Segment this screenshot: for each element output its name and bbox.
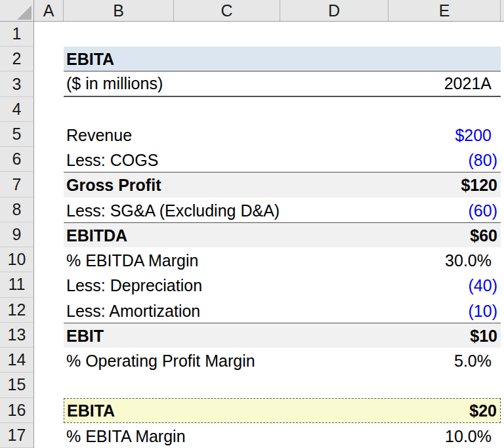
column-header-e[interactable]: E bbox=[388, 0, 501, 21]
table-row: 15 bbox=[0, 373, 504, 397]
period-band: ($ in millions) 2021A bbox=[64, 71, 501, 96]
subtotal-band: EBITDA $60 bbox=[64, 222, 501, 247]
table-row-subtotal: 13 EBIT $10 bbox=[0, 323, 504, 348]
cell-value[interactable]: $60 bbox=[470, 227, 501, 247]
cell-label[interactable]: % EBITA Margin bbox=[64, 428, 186, 448]
spreadsheet: A B C D E 1 2 EBITA 3 ($ in millions) 20… bbox=[0, 0, 504, 448]
row-number[interactable]: 15 bbox=[0, 373, 34, 397]
column-header-row: A B C D E bbox=[0, 0, 504, 22]
cell-value[interactable]: (60) bbox=[469, 202, 501, 222]
cell-value[interactable]: (80) bbox=[469, 152, 501, 172]
row-number[interactable]: 16 bbox=[0, 398, 34, 423]
table-row-subtotal: 7 Gross Profit $120 bbox=[0, 172, 504, 197]
title-band: EBITA bbox=[64, 47, 501, 71]
table-row: 17 % EBITA Margin 10.0% bbox=[0, 423, 504, 448]
cell-label[interactable]: % EBITDA Margin bbox=[64, 252, 198, 272]
cell-label[interactable]: EBIT bbox=[64, 327, 104, 348]
row-number[interactable]: 17 bbox=[0, 423, 34, 448]
cell-label[interactable]: EBITA bbox=[64, 51, 114, 71]
cell-area[interactable] bbox=[34, 373, 504, 397]
table-row: 8 Less: SG&A (Excluding D&A) (60) bbox=[0, 197, 504, 222]
column-header-sliver bbox=[501, 0, 504, 21]
cell-area[interactable] bbox=[34, 22, 504, 47]
table-row: 10 % EBITDA Margin 30.0% bbox=[0, 247, 504, 272]
cell-value[interactable]: 30.0% bbox=[445, 252, 501, 272]
cell-label[interactable]: Less: SG&A (Excluding D&A) bbox=[64, 202, 280, 222]
cell-value[interactable] bbox=[497, 68, 501, 71]
highlight-band: EBITA $20 bbox=[64, 398, 501, 423]
column-header-a[interactable]: A bbox=[34, 0, 64, 21]
row-number[interactable]: 4 bbox=[0, 97, 34, 122]
cell-value[interactable]: (40) bbox=[469, 277, 501, 297]
select-all-triangle-icon bbox=[17, 5, 32, 20]
table-row-period: 3 ($ in millions) 2021A bbox=[0, 71, 504, 96]
row-number[interactable]: 6 bbox=[0, 147, 34, 172]
table-row: 1 bbox=[0, 22, 504, 47]
cell-label[interactable]: Less: Depreciation bbox=[64, 277, 202, 297]
row-number[interactable]: 7 bbox=[0, 172, 34, 197]
cell-label[interactable]: Less: COGS bbox=[64, 152, 158, 172]
row-number[interactable]: 1 bbox=[0, 22, 34, 47]
cell-label[interactable]: ($ in millions) bbox=[64, 75, 163, 95]
cell-label[interactable]: % Operating Profit Margin bbox=[64, 352, 255, 373]
table-row: 6 Less: COGS (80) bbox=[0, 147, 504, 172]
cell-label[interactable]: Gross Profit bbox=[64, 176, 161, 197]
row-number[interactable]: 11 bbox=[0, 272, 34, 297]
cell-value[interactable]: $120 bbox=[461, 176, 501, 197]
cell-label[interactable]: EBITDA bbox=[64, 227, 127, 247]
cell-area[interactable] bbox=[34, 97, 504, 122]
cell-label[interactable]: Less: Amortization bbox=[64, 302, 200, 323]
column-header-d[interactable]: D bbox=[280, 0, 388, 21]
cell-value[interactable]: $200 bbox=[455, 127, 501, 147]
table-row: 5 Revenue $200 bbox=[0, 122, 504, 147]
row-number[interactable]: 2 bbox=[0, 47, 34, 71]
row-number[interactable]: 8 bbox=[0, 197, 34, 222]
subtotal-band: EBIT $10 bbox=[64, 323, 501, 348]
table-row: 12 Less: Amortization (10) bbox=[0, 298, 504, 323]
select-all-button[interactable] bbox=[0, 0, 34, 21]
cell-value[interactable]: $10 bbox=[470, 327, 501, 348]
table-row: 4 bbox=[0, 97, 504, 122]
cell-value[interactable]: $20 bbox=[469, 402, 500, 422]
cell-value[interactable]: 5.0% bbox=[454, 352, 501, 373]
subtotal-band: Gross Profit $120 bbox=[64, 172, 501, 197]
column-header-c[interactable]: C bbox=[174, 0, 280, 21]
table-row-highlight: 16 EBITA $20 bbox=[0, 398, 504, 423]
row-number[interactable]: 10 bbox=[0, 247, 34, 272]
row-number[interactable]: 13 bbox=[0, 323, 34, 348]
cell-label[interactable]: Revenue bbox=[64, 127, 132, 147]
row-number[interactable]: 5 bbox=[0, 122, 34, 147]
cell-value[interactable]: 2021A bbox=[444, 75, 501, 95]
table-row-subtotal: 9 EBITDA $60 bbox=[0, 222, 504, 247]
column-header-b[interactable]: B bbox=[64, 0, 174, 21]
cell-value[interactable]: 10.0% bbox=[445, 428, 501, 448]
cell-value[interactable]: (10) bbox=[469, 302, 501, 323]
table-row: 11 Less: Depreciation (40) bbox=[0, 272, 504, 297]
row-number[interactable]: 9 bbox=[0, 222, 34, 247]
row-number[interactable]: 3 bbox=[0, 71, 34, 96]
cell-label[interactable]: EBITA bbox=[64, 402, 115, 422]
table-row: 14 % Operating Profit Margin 5.0% bbox=[0, 348, 504, 373]
row-number[interactable]: 14 bbox=[0, 348, 34, 373]
table-row-title: 2 EBITA bbox=[0, 47, 504, 71]
row-number[interactable]: 12 bbox=[0, 298, 34, 323]
